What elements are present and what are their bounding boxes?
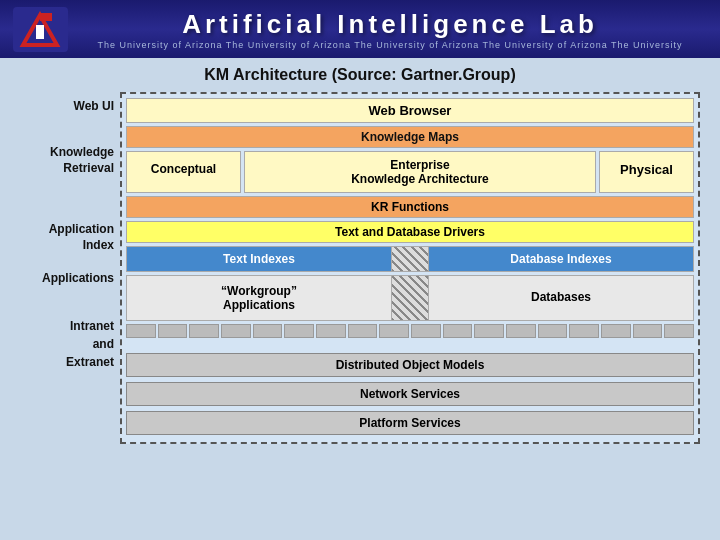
text-indexes-box: Text Indexes <box>126 246 392 272</box>
network-services-row: Network Services <box>126 382 694 408</box>
label-knowledge-retrieval: KnowledgeRetrieval <box>20 142 120 180</box>
platform-services-row: Platform Services <box>126 411 694 435</box>
vert-bar-12 <box>474 324 504 338</box>
diagram-content: Web Browser Knowledge Maps Conceptual En… <box>120 92 700 444</box>
vert-bar-4 <box>221 324 251 338</box>
apps-row: “Workgroup” Applications Databases <box>126 275 694 321</box>
kr-functions-row: KR Functions <box>126 196 694 218</box>
label-applications: Applications <box>20 252 120 304</box>
main-content: KM Architecture (Source: Gartner.Group) … <box>0 58 720 452</box>
tdb-row: Text and Database Drivers <box>126 221 694 243</box>
text-database-drivers-box: Text and Database Drivers <box>126 221 694 243</box>
workgroup-applications-box: “Workgroup” Applications <box>126 275 392 321</box>
label-intranet-extranet: IntranetandExtranet <box>20 316 120 372</box>
index-row: Text Indexes Database Indexes <box>126 246 694 272</box>
enterprise-ka-box: Enterprise Knowledge Architecture <box>244 151 596 193</box>
spacer-row <box>126 341 694 353</box>
vert-bar-10 <box>411 324 441 338</box>
page-title: KM Architecture (Source: Gartner.Group) <box>20 66 700 84</box>
vert-bar-1 <box>126 324 156 338</box>
vert-bar-14 <box>538 324 568 338</box>
label-web-ui: Web UI <box>20 92 120 120</box>
logo-area <box>10 4 70 54</box>
network-services-box: Network Services <box>126 382 694 406</box>
diagram: Web UI KnowledgeRetrieval ApplicationInd… <box>20 92 700 444</box>
vertical-bars-row <box>126 324 694 338</box>
ai-lab-logo <box>13 7 68 52</box>
vert-bar-11 <box>443 324 473 338</box>
label-application-index: ApplicationIndex <box>20 224 120 252</box>
vert-bar-18 <box>664 324 694 338</box>
web-browser-row: Web Browser <box>126 98 694 123</box>
vert-bar-15 <box>569 324 599 338</box>
knowledge-maps-row: Knowledge Maps <box>126 126 694 148</box>
distributed-object-models-box: Distributed Object Models <box>126 353 694 377</box>
vert-bar-5 <box>253 324 283 338</box>
knowledge-maps-box: Knowledge Maps <box>126 126 694 148</box>
header-main-title: Artificial Intelligence Lab <box>182 9 598 40</box>
conceptual-box: Conceptual <box>126 151 241 193</box>
labels-column: Web UI KnowledgeRetrieval ApplicationInd… <box>20 92 120 444</box>
web-browser-box: Web Browser <box>126 98 694 123</box>
kr-row: Conceptual Enterprise Knowledge Architec… <box>126 151 694 193</box>
vert-bar-16 <box>601 324 631 338</box>
vert-bar-3 <box>189 324 219 338</box>
header-banner: Artificial Intelligence Lab The Universi… <box>0 0 720 58</box>
physical-box: Physical <box>599 151 694 193</box>
header-subtitle: The University of Arizona The University… <box>97 40 682 50</box>
vert-bar-8 <box>348 324 378 338</box>
vert-bar-2 <box>158 324 188 338</box>
platform-services-box: Platform Services <box>126 411 694 435</box>
vertical-lines-divider <box>392 275 428 321</box>
header-title-area: Artificial Intelligence Lab The Universi… <box>70 9 710 50</box>
vert-bar-9 <box>379 324 409 338</box>
svg-rect-2 <box>36 25 44 39</box>
databases-box: Databases <box>428 275 694 321</box>
vert-bar-6 <box>284 324 314 338</box>
vert-bar-17 <box>633 324 663 338</box>
vert-bar-13 <box>506 324 536 338</box>
dom-row: Distributed Object Models <box>126 353 694 379</box>
svg-rect-3 <box>40 13 52 21</box>
vert-bar-7 <box>316 324 346 338</box>
kr-functions-box: KR Functions <box>126 196 694 218</box>
crosshatch-divider <box>392 246 428 272</box>
database-indexes-box: Database Indexes <box>428 246 694 272</box>
